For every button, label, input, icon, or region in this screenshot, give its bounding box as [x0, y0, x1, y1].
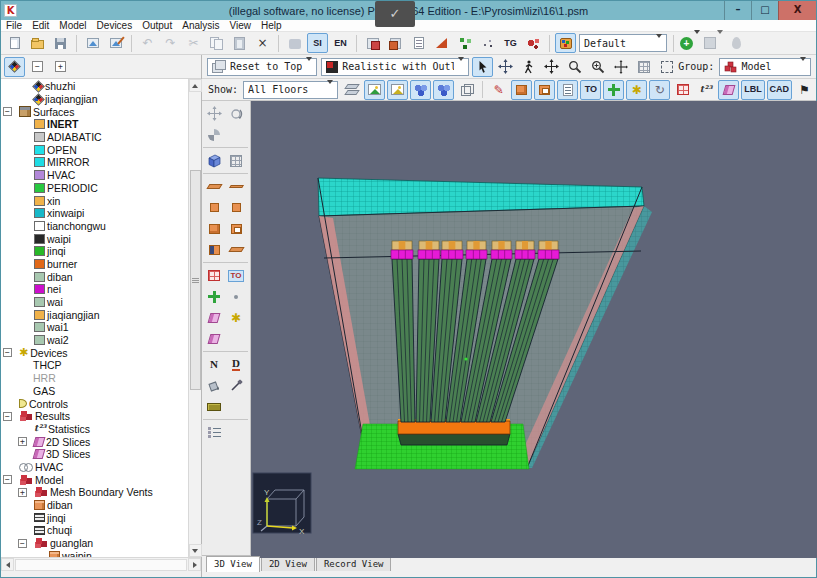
tab-3d-view[interactable]: 3D View: [206, 556, 260, 572]
tab-record-view[interactable]: Record View: [316, 556, 392, 571]
minimize-button[interactable]: –: [724, 1, 751, 20]
tree-item-diban[interactable]: diban: [1, 499, 188, 512]
zoom-tool[interactable]: [564, 57, 585, 77]
tree-item-shuzhi[interactable]: shuzhi: [1, 80, 188, 93]
tree-item-hvac[interactable]: HVAC: [1, 461, 188, 474]
tree-item-chuqi[interactable]: chuqi: [1, 524, 188, 537]
tree-item-jinqi[interactable]: jinqi: [1, 511, 188, 524]
point-tool-button[interactable]: [225, 286, 247, 307]
paint-bucket-tool[interactable]: [203, 375, 225, 396]
show-props-toggle[interactable]: [557, 80, 578, 100]
group-select[interactable]: Model: [719, 58, 811, 76]
tree-item-nei[interactable]: nei: [1, 283, 188, 296]
close-button[interactable]: X: [778, 1, 816, 20]
object-list-button[interactable]: [203, 422, 225, 443]
group-tool-button[interactable]: [703, 33, 724, 53]
new-texture-button[interactable]: [203, 239, 225, 260]
time-badge[interactable]: [203, 396, 225, 417]
cut-button[interactable]: ✂: [183, 33, 204, 53]
tree-item-mesh-boundary-vents[interactable]: +Mesh Boundary Vents: [1, 486, 188, 499]
3d-scene[interactable]: Y X Z: [251, 101, 817, 558]
tree-item-mirror[interactable]: MIRROR: [1, 156, 188, 169]
draw-mode-button[interactable]: D: [225, 354, 247, 375]
burner-base[interactable]: [398, 421, 510, 434]
tree-item-wai1[interactable]: wai1: [1, 321, 188, 334]
walk-view-tool[interactable]: [518, 57, 539, 77]
copy-button[interactable]: [206, 33, 227, 53]
show-obstructions-toggle[interactable]: [511, 80, 532, 100]
new-slab2-button[interactable]: [225, 239, 247, 260]
tree-item-wai[interactable]: wai: [1, 296, 188, 309]
menu-devices[interactable]: Devices: [92, 20, 138, 32]
move-object-tool[interactable]: [541, 57, 562, 77]
tree-item-inert[interactable]: INERT: [1, 118, 188, 131]
tree-item-periodic[interactable]: PERIODIC: [1, 182, 188, 195]
tg-badge-button[interactable]: TG: [500, 33, 521, 53]
edit-surfaces-button[interactable]: [362, 33, 383, 53]
menu-file[interactable]: File: [1, 20, 27, 32]
tree-item-devices[interactable]: −✱Devices: [1, 346, 188, 359]
show-slices-toggle[interactable]: [718, 80, 739, 100]
expand-expander[interactable]: +: [18, 488, 27, 497]
tree-item-guanglan[interactable]: −guanglan: [1, 537, 188, 550]
sketch-toggle[interactable]: ✎: [488, 80, 509, 100]
scroll-down-button[interactable]: [189, 544, 202, 557]
new-device-button[interactable]: ✱: [225, 307, 247, 328]
import-terrain-button[interactable]: [105, 33, 126, 53]
menu-view[interactable]: View: [224, 20, 256, 32]
new-file-button[interactable]: [4, 33, 25, 53]
show-mesh-toggle[interactable]: [672, 80, 693, 100]
tree-item-hvac[interactable]: HVAC: [1, 169, 188, 182]
new-hole-button[interactable]: [225, 218, 247, 239]
expand-expander[interactable]: +: [18, 437, 27, 446]
show-groups-toggle[interactable]: [433, 80, 454, 100]
zoom-select-tool[interactable]: [587, 57, 608, 77]
tree-horizontal-scrollbar[interactable]: [1, 557, 201, 571]
floor-settings-button[interactable]: [341, 80, 362, 100]
redo-button[interactable]: ↷: [160, 33, 181, 53]
normal-mode-button[interactable]: N: [203, 354, 225, 375]
3d-viewport[interactable]: Y X Z: [251, 101, 816, 555]
tree-item-results[interactable]: −Results: [1, 410, 188, 423]
mesh-grid-button[interactable]: [225, 150, 247, 171]
import-model-button[interactable]: [82, 33, 103, 53]
new-slab-button[interactable]: [203, 176, 225, 197]
edit-properties-button[interactable]: [408, 33, 429, 53]
show-devices-toggle[interactable]: ✱: [626, 80, 647, 100]
menu-output[interactable]: Output: [137, 20, 177, 32]
new-2dslice-button[interactable]: [203, 307, 225, 328]
collapse-expander[interactable]: −: [3, 348, 12, 357]
tree-item-jinqi[interactable]: jinqi: [1, 245, 188, 258]
zoom-extents-tool[interactable]: [610, 57, 631, 77]
scroll-up-button[interactable]: [189, 79, 202, 92]
edit-ramps-button[interactable]: [431, 33, 452, 53]
model-tree[interactable]: shuzhijiaqiangjian−SurfacesINERTADIABATI…: [1, 79, 188, 557]
tree-item-waipi[interactable]: waipi: [1, 232, 188, 245]
terrain-image-toggle[interactable]: [387, 80, 408, 100]
new-block-button[interactable]: [203, 197, 225, 218]
edit-materials-button[interactable]: [385, 33, 406, 53]
paint-mode-toggle[interactable]: [555, 33, 576, 53]
tree-item-surfaces[interactable]: −Surfaces: [1, 105, 188, 118]
collapse-expander[interactable]: −: [3, 475, 12, 484]
unit-en-toggle[interactable]: EN: [330, 33, 351, 53]
save-file-button[interactable]: [50, 33, 71, 53]
show-vents-toggle[interactable]: [534, 80, 555, 100]
new-group-button[interactable]: [679, 33, 701, 53]
edit-reactions-button[interactable]: [523, 33, 544, 53]
scroll-thumb[interactable]: [190, 170, 201, 390]
fit-view-button[interactable]: [656, 57, 677, 77]
tree-item-xin[interactable]: xin: [1, 194, 188, 207]
snap-grid-toggle[interactable]: [633, 57, 654, 77]
show-particles-toggle[interactable]: [603, 80, 624, 100]
tree-item-hrr[interactable]: HRR: [1, 372, 188, 385]
show-to-toggle[interactable]: TO: [580, 80, 601, 100]
expand-all-button[interactable]: +: [50, 57, 71, 77]
paste-button[interactable]: [229, 33, 250, 53]
tree-item-tianchongwu[interactable]: tianchongwu: [1, 220, 188, 233]
tree-item-thcp[interactable]: THCP: [1, 359, 188, 372]
tree-item-waipin[interactable]: waipin: [1, 549, 188, 557]
roam-tool[interactable]: [203, 124, 225, 145]
menu-model[interactable]: Model: [54, 20, 91, 32]
show-rotate-toggle[interactable]: ↻: [649, 80, 670, 100]
